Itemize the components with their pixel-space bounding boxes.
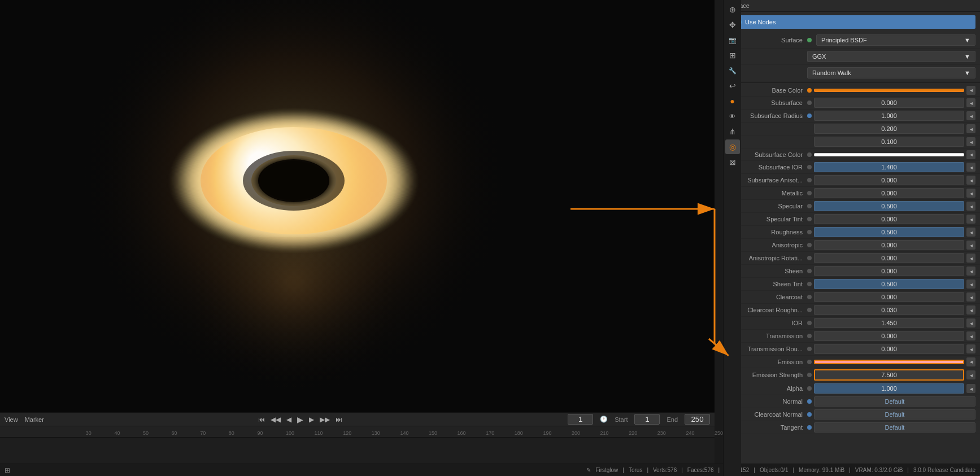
- expand-button[interactable]: ◂: [966, 124, 975, 133]
- start-label: Start: [615, 416, 628, 423]
- use-nodes-label: Use Nodes: [745, 19, 776, 25]
- prop-dot: [807, 412, 812, 417]
- cursor-icon[interactable]: ⊕: [725, 2, 740, 17]
- expand-button[interactable]: ◂: [966, 280, 975, 289]
- expand-button[interactable]: ◂: [966, 305, 975, 315]
- ruler-mark: 90: [257, 430, 263, 436]
- sss-dropdown[interactable]: Random Walk ▼: [807, 67, 975, 78]
- start-frame-input[interactable]: [634, 414, 660, 425]
- expand-button[interactable]: ◂: [966, 384, 975, 393]
- prop-value-text: 1.000: [881, 385, 897, 392]
- prop-value-input[interactable]: 0.500: [814, 201, 964, 211]
- prop-value-text: 0.500: [881, 203, 897, 209]
- marker-menu[interactable]: Marker: [25, 416, 44, 423]
- prop-value-input[interactable]: [814, 89, 964, 92]
- memory-info: Memory: 99.1 MiB: [799, 467, 844, 473]
- sphere-icon[interactable]: ●: [725, 94, 740, 108]
- ruler-mark: 120: [343, 430, 351, 436]
- play-button[interactable]: ▶: [295, 414, 305, 425]
- distribution-dropdown[interactable]: GGX ▼: [807, 51, 975, 62]
- expand-button[interactable]: ◂: [966, 189, 975, 198]
- timeline-header: View Marker ⏮ ◀◀ ◀ ▶ ▶ ▶▶ ⏭ 🕐 Start End: [0, 413, 715, 426]
- expand-button[interactable]: ◂: [966, 163, 975, 172]
- prop-value-input[interactable]: 0.000: [814, 240, 964, 250]
- prev-keyframe-button[interactable]: ◀◀: [269, 414, 282, 425]
- expand-button[interactable]: ◂: [966, 202, 975, 211]
- prop-value-input[interactable]: 0.000: [814, 214, 964, 224]
- prop-value-input[interactable]: Default: [814, 422, 975, 433]
- expand-button[interactable]: ◂: [966, 331, 975, 340]
- prop-value-input[interactable]: 0.000: [814, 292, 964, 302]
- bend-icon[interactable]: ↩: [725, 78, 740, 93]
- next-keyframe-button[interactable]: ▶▶: [318, 414, 332, 425]
- sss-row: Random Walk ▼: [724, 65, 980, 81]
- step-forward-button[interactable]: ▶: [307, 414, 316, 425]
- chevron-icon: ▼: [964, 53, 970, 60]
- prop-value-input[interactable]: 0.000: [814, 188, 964, 198]
- prop-value-input[interactable]: 1.400: [814, 162, 964, 172]
- expand-button[interactable]: ◂: [966, 267, 975, 276]
- prop-value-input[interactable]: [814, 360, 964, 364]
- prop-value-input[interactable]: 0.000: [814, 266, 964, 276]
- divider: |: [792, 467, 794, 473]
- move-icon[interactable]: ✥: [725, 18, 740, 32]
- prop-value-input[interactable]: 0.500: [814, 227, 964, 237]
- expand-button[interactable]: ◂: [966, 292, 975, 302]
- use-nodes-button[interactable]: Use Nodes: [728, 15, 975, 29]
- prop-value-input[interactable]: 0.000: [814, 98, 964, 108]
- view-menu[interactable]: View: [5, 416, 18, 423]
- current-frame-input[interactable]: [568, 414, 593, 425]
- step-back-button[interactable]: ◀: [285, 414, 293, 425]
- prop-value-input[interactable]: 0.200: [814, 124, 964, 134]
- expand-button[interactable]: ◂: [966, 254, 975, 263]
- prop-value-input[interactable]: 1.000: [814, 111, 964, 121]
- prop-value-input[interactable]: 1.000: [814, 383, 964, 394]
- expand-button[interactable]: ◂: [966, 228, 975, 237]
- expand-button[interactable]: ◂: [966, 318, 975, 327]
- prop-value-input[interactable]: 0.030: [814, 305, 964, 315]
- prop-value-text: 1.450: [881, 320, 897, 326]
- expand-button[interactable]: ◂: [966, 86, 975, 95]
- prop-value-text: 0.000: [881, 216, 897, 222]
- tree-icon[interactable]: ⋔: [725, 124, 740, 139]
- jump-start-button[interactable]: ⏮: [256, 414, 267, 425]
- prop-value-input[interactable]: Default: [814, 409, 975, 420]
- expand-button[interactable]: ◂: [966, 150, 975, 159]
- wrench-icon[interactable]: 🔧: [725, 63, 740, 78]
- prop-value-input[interactable]: 0.000: [814, 344, 964, 354]
- prop-row: Tangent Default: [724, 421, 980, 434]
- viewport[interactable]: [0, 0, 715, 412]
- prop-value-text: 1.400: [881, 164, 897, 171]
- expand-button[interactable]: ◂: [966, 357, 975, 366]
- expand-button[interactable]: ◂: [966, 98, 975, 107]
- material-icon[interactable]: ◎: [725, 139, 740, 154]
- prop-value-input[interactable]: 7.500: [814, 369, 964, 381]
- expand-button[interactable]: ◂: [966, 215, 975, 224]
- pattern-icon[interactable]: ⊠: [725, 155, 740, 169]
- jump-end-button[interactable]: ⏭: [334, 414, 344, 425]
- prop-value-input[interactable]: 1.450: [814, 318, 964, 328]
- end-frame-input[interactable]: [685, 414, 710, 425]
- expand-button[interactable]: ◂: [966, 370, 975, 379]
- divider: |: [753, 467, 755, 473]
- prop-value-text: 1.000: [881, 112, 897, 119]
- expand-button[interactable]: ◂: [966, 241, 975, 250]
- prop-dot: [807, 425, 812, 430]
- prop-value-input[interactable]: Default: [814, 396, 975, 407]
- camera-icon[interactable]: 📷: [725, 33, 740, 47]
- prop-value-input[interactable]: 0.000: [814, 331, 964, 341]
- end-label: End: [667, 416, 678, 423]
- expand-button[interactable]: ◂: [966, 111, 975, 120]
- surface-dropdown[interactable]: Principled BSDF ▼: [816, 34, 975, 46]
- expand-button[interactable]: ◂: [966, 344, 975, 353]
- prop-value-input[interactable]: 0.100: [814, 137, 964, 147]
- grid-icon[interactable]: ⊞: [725, 48, 740, 63]
- prop-value-input[interactable]: 0.000: [814, 175, 964, 185]
- prop-value-input[interactable]: 0.500: [814, 279, 964, 289]
- prop-row: IOR 1.450 ◂: [724, 317, 980, 330]
- prop-value-input[interactable]: [814, 153, 964, 156]
- prop-value-input[interactable]: 0.000: [814, 253, 964, 263]
- eye-icon[interactable]: 👁: [725, 109, 740, 124]
- expand-button[interactable]: ◂: [966, 176, 975, 185]
- expand-button[interactable]: ◂: [966, 137, 975, 146]
